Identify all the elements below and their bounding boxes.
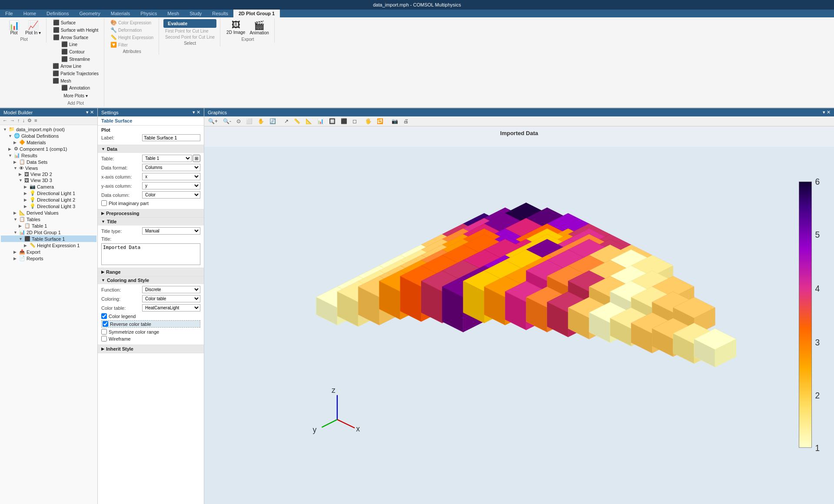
more-plots-button[interactable]: More Plots ▾ bbox=[60, 92, 92, 100]
annotation-button[interactable]: ⬛ Annotation bbox=[60, 84, 92, 91]
reverse-color-checkbox[interactable] bbox=[103, 321, 108, 327]
2d-image-button[interactable]: 🖼 2D Image bbox=[225, 19, 247, 36]
tree-item-height-expression-1[interactable]: ▶📏Height Expression 1 bbox=[1, 242, 96, 249]
mb-back-btn[interactable]: ← bbox=[2, 117, 8, 124]
tree-item-results[interactable]: ▼📊Results bbox=[1, 152, 96, 159]
coloring-select[interactable]: Color table bbox=[142, 295, 200, 302]
gfx-btn8[interactable]: 🔁 bbox=[375, 117, 385, 125]
preprocessing-header[interactable]: ▶ Preprocessing bbox=[98, 209, 204, 217]
tab-materials[interactable]: Materials bbox=[106, 10, 136, 17]
tree-item-data-sets[interactable]: ▶📋Data Sets bbox=[1, 159, 96, 165]
tree-item-component-1-(comp1)[interactable]: ▶⚙Component 1 (comp1) bbox=[1, 146, 96, 152]
plot-imaginary-checkbox[interactable] bbox=[101, 200, 107, 206]
color-expression-button[interactable]: 🎨 Color Expression bbox=[109, 19, 155, 26]
tree-item-materials[interactable]: ▶🔶Materials bbox=[1, 139, 96, 146]
mb-up-btn[interactable]: ↑ bbox=[17, 117, 21, 124]
inherit-header[interactable]: ▶ Inherit Style bbox=[98, 345, 204, 353]
contour-button[interactable]: ⬛ Contour bbox=[60, 48, 92, 55]
data-format-select[interactable]: Columns bbox=[142, 164, 200, 171]
tree-item-view-2d-2[interactable]: ▶🖼View 2D 2 bbox=[1, 171, 96, 177]
table-edit-button[interactable]: ⊞ bbox=[193, 155, 200, 162]
gfx-btn4[interactable]: 🔲 bbox=[327, 117, 338, 125]
gfx-btn3[interactable]: 📊 bbox=[315, 117, 326, 125]
screenshot-btn[interactable]: 📷 bbox=[389, 117, 400, 125]
gfx-btn6[interactable]: ◻ bbox=[350, 117, 359, 125]
deformation-button[interactable]: 🔧 Deformation bbox=[109, 27, 155, 33]
second-point-button[interactable]: Second Point for Cut Line bbox=[163, 34, 216, 40]
height-expression-button[interactable]: 📏 Height Expression bbox=[109, 34, 155, 41]
mb-down-btn[interactable]: ↓ bbox=[22, 117, 26, 124]
streamline-button[interactable]: ⬛ Streamline bbox=[60, 56, 92, 63]
tree-item-table-surface-1[interactable]: ▼⬛Table Surface 1 bbox=[1, 235, 96, 242]
tree-item-data_import.mph-(root)[interactable]: ▼📁data_import.mph (root) bbox=[1, 126, 96, 133]
filter-button[interactable]: 🔽 Filter bbox=[109, 41, 155, 48]
plot-button[interactable]: 📊 Plot bbox=[5, 19, 23, 36]
tree-item-reports[interactable]: ▶📄Reports bbox=[1, 255, 96, 262]
first-point-button[interactable]: First Point for Cut Line bbox=[163, 28, 216, 34]
tree-item-tables[interactable]: ▼📋Tables bbox=[1, 216, 96, 222]
select-btn[interactable]: ↗ bbox=[282, 117, 291, 125]
label-input[interactable] bbox=[142, 134, 200, 141]
title-textarea[interactable]: Imported Data bbox=[101, 243, 200, 265]
function-select[interactable]: Discrete bbox=[142, 286, 200, 293]
zoom-in-btn[interactable]: 🔍+ bbox=[206, 117, 220, 125]
coloring-header[interactable]: ▼ Coloring and Style bbox=[98, 276, 204, 284]
print-btn[interactable]: 🖨 bbox=[401, 117, 411, 125]
wireframe-checkbox[interactable] bbox=[101, 336, 107, 342]
arrow-line-button[interactable]: ⬛ Arrow Line bbox=[51, 63, 100, 70]
tree-item-view-3d-3[interactable]: ▼🖼View 3D 3 bbox=[1, 177, 96, 183]
zoom-extents-btn[interactable]: ⊙ bbox=[234, 117, 243, 125]
evaluate-button[interactable]: Evaluate bbox=[163, 19, 216, 28]
tree-item-camera[interactable]: ▶📷Camera bbox=[1, 183, 96, 190]
surface-button[interactable]: ⬛ Surface bbox=[51, 19, 100, 26]
gfx-btn7[interactable]: 🖐 bbox=[363, 117, 374, 125]
zoom-out-btn[interactable]: 🔍- bbox=[221, 117, 233, 125]
symmetrize-checkbox[interactable] bbox=[101, 329, 107, 335]
rotate-btn[interactable]: 🔄 bbox=[267, 117, 278, 125]
surface-height-button[interactable]: ⬛ Surface with Height bbox=[51, 27, 100, 33]
table-select[interactable]: Table 1 bbox=[142, 155, 192, 162]
gfx-btn1[interactable]: 📏 bbox=[292, 117, 302, 125]
graphics-canvas[interactable]: Imported Data bbox=[204, 126, 834, 504]
mb-more-btn[interactable]: ≡ bbox=[33, 117, 38, 124]
tree-item-2d-plot-group-1[interactable]: ▼📊2D Plot Group 1 bbox=[1, 229, 96, 235]
color-legend-checkbox[interactable] bbox=[101, 313, 107, 319]
particle-trajectories-button[interactable]: ⬛ Particle Trajectories bbox=[51, 70, 100, 77]
animation-button[interactable]: 🎬 Animation bbox=[248, 19, 270, 36]
title-type-select[interactable]: Manual bbox=[142, 227, 200, 235]
y-axis-select[interactable]: y bbox=[142, 182, 200, 189]
mb-forward-btn[interactable]: → bbox=[9, 117, 16, 124]
title-section-header[interactable]: ▼ Title bbox=[98, 218, 204, 225]
range-header[interactable]: ▶ Range bbox=[98, 268, 204, 276]
mb-settings-btn[interactable]: ⚙ bbox=[27, 117, 33, 124]
tree-item-directional-light-2[interactable]: ▶💡Directional Light 2 bbox=[1, 196, 96, 203]
tree-item-derived-values[interactable]: ▶📐Derived Values bbox=[1, 209, 96, 216]
tab-results[interactable]: Results bbox=[207, 10, 233, 17]
tree-item-views[interactable]: ▼👁Views bbox=[1, 165, 96, 171]
line-button[interactable]: ⬛ Line bbox=[60, 41, 92, 48]
tree-item-export[interactable]: ▶📤Export bbox=[1, 249, 96, 255]
pan-btn[interactable]: ✋ bbox=[256, 117, 266, 125]
tab-2d-plot-group[interactable]: 2D Plot Group 1 bbox=[233, 10, 280, 17]
data-section-header[interactable]: ▼ Data bbox=[98, 145, 204, 153]
tab-mesh[interactable]: Mesh bbox=[162, 10, 184, 17]
tab-file[interactable]: File bbox=[0, 10, 18, 17]
gfx-btn5[interactable]: ⬛ bbox=[339, 117, 349, 125]
plot-in-button[interactable]: 📈 Plot In ▾ bbox=[23, 19, 43, 36]
tab-definitions[interactable]: Definitions bbox=[41, 10, 74, 17]
tree-item-global-definitions[interactable]: ▼🌐Global Definitions bbox=[1, 133, 96, 139]
mesh-button[interactable]: ⬛ Mesh bbox=[51, 77, 100, 84]
tree-item-directional-light-3[interactable]: ▶💡Directional Light 3 bbox=[1, 203, 96, 209]
arrow-surface-button[interactable]: ⬛ Arrow Surface bbox=[51, 34, 100, 41]
tab-home[interactable]: Home bbox=[18, 10, 41, 17]
tab-geometry[interactable]: Geometry bbox=[74, 10, 105, 17]
x-axis-select[interactable]: x bbox=[142, 173, 200, 180]
zoom-box-btn[interactable]: ⬜ bbox=[244, 117, 255, 125]
tree-item-table-1[interactable]: ▶📋Table 1 bbox=[1, 222, 96, 229]
tab-physics[interactable]: Physics bbox=[135, 10, 162, 17]
color-table-select[interactable]: HeatCameraLight bbox=[142, 304, 200, 312]
gfx-btn2[interactable]: 📐 bbox=[303, 117, 314, 125]
tab-study[interactable]: Study bbox=[184, 10, 207, 17]
data-column-select[interactable]: Color bbox=[142, 191, 200, 199]
tree-item-directional-light-1[interactable]: ▶💡Directional Light 1 bbox=[1, 190, 96, 196]
